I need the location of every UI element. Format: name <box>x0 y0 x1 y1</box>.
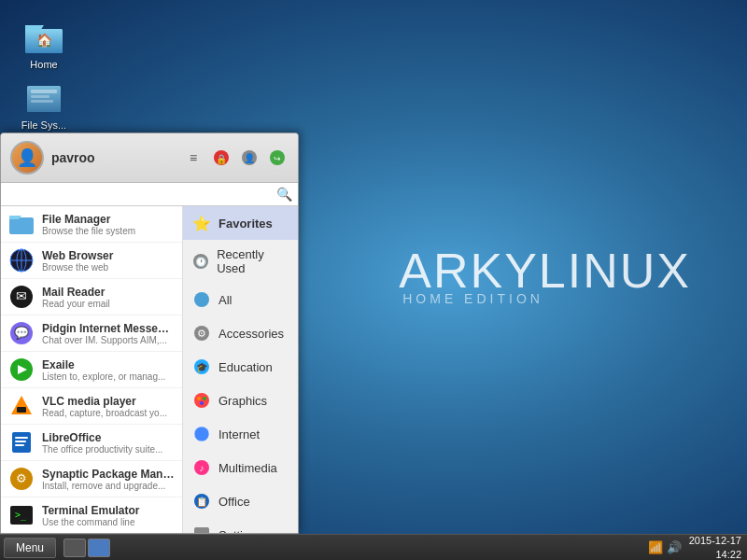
network-tray-icon[interactable]: 📶 <box>648 540 663 554</box>
multimedia-label: Multimedia <box>218 461 277 475</box>
file-manager-desc: Browse the file system <box>42 226 175 236</box>
pidgin-icon: 💬 <box>8 320 35 346</box>
app-item-mail-reader[interactable]: ✉ Mail Reader Read your email <box>1 279 182 315</box>
svg-text:🔒: 🔒 <box>216 153 228 165</box>
svg-rect-22 <box>9 217 34 234</box>
taskbar-window-btn-active[interactable] <box>88 539 110 557</box>
svg-rect-36 <box>17 407 26 413</box>
search-icon[interactable]: 🔍 <box>276 187 292 202</box>
svg-rect-6 <box>31 90 57 93</box>
cat-settings[interactable]: ≡ Settings <box>183 518 298 533</box>
accessories-label: Accessories <box>218 327 284 341</box>
office-label: Office <box>218 495 250 509</box>
svg-point-56 <box>203 397 206 400</box>
svg-text:>_: >_ <box>15 510 27 521</box>
taskbar: Menu 📶 🔊 2015-12-17 14:22 <box>0 534 747 560</box>
web-browser-name: Web Browser <box>42 249 175 262</box>
cat-favorites[interactable]: ⭐ Favorites <box>183 206 298 240</box>
terminal-icon: >_ <box>8 502 35 528</box>
education-label: Education <box>218 360 273 374</box>
all-icon <box>192 290 211 309</box>
recently-used-label: Recently Used <box>217 247 289 275</box>
app-item-web-browser[interactable]: Web Browser Browse the web <box>1 243 182 279</box>
volume-tray-icon[interactable]: 🔊 <box>667 540 682 554</box>
svg-rect-40 <box>15 444 24 446</box>
svg-text:🕐: 🕐 <box>195 256 207 268</box>
pidgin-name: Pidgin Internet Messenger <box>42 322 175 335</box>
mail-reader-name: Mail Reader <box>42 286 175 299</box>
synaptic-name: Synaptic Package Mana... <box>42 468 175 481</box>
system-tray: 📶 🔊 <box>648 540 682 554</box>
web-browser-desc: Browse the web <box>42 262 175 273</box>
app-item-libreoffice[interactable]: LibreOffice The office productivity suit… <box>1 425 182 461</box>
cat-internet[interactable]: Internet <box>183 417 298 451</box>
clock-time: 14:22 <box>689 548 741 561</box>
terminal-name: Terminal Emulator <box>42 504 175 517</box>
clock-date: 2015-12-17 <box>689 534 741 547</box>
svg-point-49 <box>194 292 209 307</box>
mail-reader-icon: ✉ <box>8 284 35 310</box>
svg-text:🎓: 🎓 <box>196 361 208 373</box>
brand-name: ARKYLINUX <box>399 243 691 299</box>
favorites-icon: ⭐ <box>192 214 211 232</box>
cat-education[interactable]: 🎓 Education <box>183 350 298 384</box>
user-avatar: 👤 <box>10 141 44 175</box>
cat-recently-used[interactable]: 🕐 Recently Used <box>183 240 298 283</box>
svg-text:⚙: ⚙ <box>16 471 27 485</box>
office-icon: 📋 <box>192 492 211 511</box>
synaptic-desc: Install, remove and upgrade... <box>42 481 175 491</box>
search-input[interactable] <box>7 188 276 202</box>
desktop-icon-home[interactable]: 🏠 Home <box>11 14 77 74</box>
libreoffice-desc: The office productivity suite... <box>42 444 175 455</box>
username-label: pavroo <box>51 150 182 165</box>
cat-graphics[interactable]: Graphics <box>183 384 298 417</box>
logout-icon[interactable]: ↪ <box>266 147 289 169</box>
taskbar-window-btn[interactable] <box>63 539 86 557</box>
svg-text:💬: 💬 <box>14 325 30 341</box>
file-manager-name: File Manager <box>42 213 175 226</box>
app-item-file-manager[interactable]: File Manager Browse the file system <box>1 206 182 243</box>
exaile-icon <box>8 357 35 383</box>
cat-all[interactable]: All <box>183 283 298 316</box>
app-item-vlc[interactable]: VLC media player Read, capture, broadcas… <box>1 388 182 425</box>
apps-list: File Manager Browse the file system <box>1 206 183 533</box>
app-item-pidgin[interactable]: 💬 Pidgin Internet Messenger Chat over IM… <box>1 315 182 352</box>
menu-settings-icon[interactable]: ≡ <box>182 147 204 169</box>
cat-office[interactable]: 📋 Office <box>183 484 298 518</box>
taskbar-right: 📶 🔊 2015-12-17 14:22 <box>648 534 747 560</box>
svg-text:👤: 👤 <box>244 152 256 164</box>
settings-cat-icon: ≡ <box>192 525 211 533</box>
recently-used-icon: 🕐 <box>192 252 209 271</box>
libreoffice-icon <box>8 429 35 455</box>
svg-point-55 <box>197 397 201 400</box>
app-item-exaile[interactable]: Exaile Listen to, explore, or manag... <box>1 352 182 388</box>
vlc-desc: Read, capture, broadcast yo... <box>42 408 175 418</box>
filesystem-icon-label: File Sys... <box>21 119 66 131</box>
desktop: 🏠 Home File Sys... <box>0 0 747 560</box>
menu-search-bar: 🔍 <box>1 183 298 206</box>
svg-text:≡: ≡ <box>199 530 204 533</box>
terminal-desc: Use the command line <box>42 517 175 527</box>
vlc-icon <box>8 393 35 419</box>
menu-body: File Manager Browse the file system <box>1 206 298 533</box>
internet-label: Internet <box>218 427 260 441</box>
cat-accessories[interactable]: ⚙ Accessories <box>183 316 298 350</box>
exaile-desc: Listen to, explore, or manag... <box>42 371 175 382</box>
favorites-label: Favorites <box>218 217 273 231</box>
app-item-terminal[interactable]: >_ Terminal Emulator Use the command lin… <box>1 497 182 533</box>
start-button[interactable]: Menu <box>4 538 56 558</box>
user-switch-icon[interactable]: 👤 <box>238 147 261 169</box>
vlc-name: VLC media player <box>42 395 175 408</box>
filesystem-icon <box>25 78 63 116</box>
svg-text:✉: ✉ <box>16 288 27 303</box>
desktop-icon-filesystem[interactable]: File Sys... <box>11 75 77 134</box>
cat-multimedia[interactable]: ♪ Multimedia <box>183 451 298 484</box>
svg-rect-38 <box>15 437 28 439</box>
app-item-synaptic[interactable]: ⚙ Synaptic Package Mana... Install, remo… <box>1 461 182 497</box>
mail-reader-desc: Read your email <box>42 299 175 309</box>
web-browser-icon <box>8 247 35 273</box>
lock-icon[interactable]: 🔒 <box>210 147 233 169</box>
svg-point-54 <box>194 393 209 408</box>
svg-text:🏠: 🏠 <box>36 33 53 49</box>
all-label: All <box>218 293 232 307</box>
